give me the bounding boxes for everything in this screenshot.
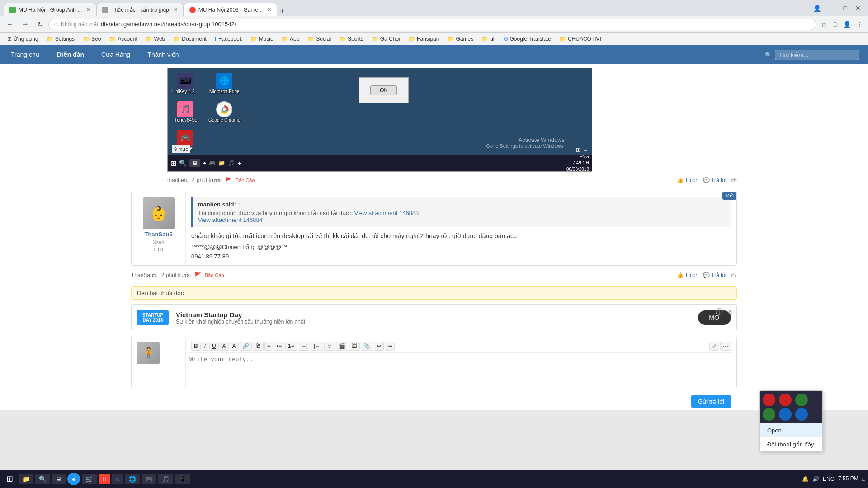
address-bar[interactable]: ⚠ Không bảo mật diendan.gamethuvn.net/th…: [48, 19, 816, 30]
tool-align[interactable]: ≡: [264, 342, 273, 351]
nav-members[interactable]: Thành viên: [146, 47, 180, 62]
bookmark-all[interactable]: 📁 all: [478, 35, 499, 43]
post-6-report[interactable]: Báo Cáo: [236, 178, 255, 183]
bookmark-gacho[interactable]: 📁 Gà Chọi: [368, 35, 404, 43]
tool-media[interactable]: 🎬: [336, 342, 348, 351]
submit-reply-button[interactable]: Gửi trả lời: [691, 395, 731, 408]
taskbar-antivirus-btn[interactable]: H: [99, 474, 110, 484]
tool-undo[interactable]: ↩: [374, 342, 384, 351]
user-account-button[interactable]: 👤: [841, 19, 853, 30]
bookmark-app[interactable]: 📁 App: [278, 35, 303, 43]
bookmark-web[interactable]: 📁 Web: [142, 35, 169, 43]
extensions-button[interactable]: ⬡: [830, 19, 840, 30]
tab-1[interactable]: MU Hà Nội - Group Anh ... ✕: [4, 3, 96, 16]
windows-start-button[interactable]: ⊞: [3, 472, 17, 486]
taskbar-app1-btn[interactable]: 🎮: [142, 474, 156, 484]
maximize-button[interactable]: □: [840, 3, 851, 14]
nav-forum[interactable]: Diễn đàn: [55, 47, 86, 62]
tool-image[interactable]: 🖼: [349, 342, 360, 351]
ctx-icon-5[interactable]: [779, 408, 792, 421]
taskbar-ie-btn[interactable]: e: [112, 474, 123, 484]
bookmark-music[interactable]: 📁 Music: [247, 35, 277, 43]
attachment-link-1[interactable]: View attachment 146883: [354, 210, 419, 216]
nav-shop[interactable]: Cửa Hàng: [99, 47, 132, 62]
ad-close-button[interactable]: ✕: [727, 307, 733, 316]
search-input[interactable]: [775, 50, 859, 60]
ctx-icon-1[interactable]: [763, 394, 775, 406]
close-button[interactable]: ✕: [852, 3, 864, 14]
taskbar-store-btn[interactable]: 🛒: [82, 474, 97, 484]
post-7-reply[interactable]: 💬 Trả lời: [703, 272, 726, 278]
tab-2[interactable]: Thắc mắc - cần trợ giúp ✕: [96, 3, 183, 16]
bookmark-google-translate[interactable]: G Google Translate: [500, 35, 555, 43]
bookmark-apps[interactable]: ⊞ Ứng dụng: [4, 35, 42, 43]
ad-info-icon[interactable]: ⓘ: [716, 307, 723, 317]
bookmark-sports[interactable]: 📁 Sports: [335, 35, 367, 43]
menu-button[interactable]: ⋮: [854, 19, 864, 30]
tool-numbered[interactable]: 1≡: [285, 342, 297, 351]
tool-underline[interactable]: U: [209, 342, 219, 351]
bookmark-facebook[interactable]: f Facebook: [211, 35, 246, 43]
attachment-link-2[interactable]: View attachment 146884: [198, 216, 263, 223]
tool-bold[interactable]: B: [191, 342, 201, 351]
tab-2-close[interactable]: ✕: [174, 7, 178, 13]
bookmark-fansipan[interactable]: 📁 Fansipan: [405, 35, 443, 43]
tool-italic[interactable]: I: [202, 342, 208, 351]
tool-bullets[interactable]: •≡: [274, 342, 284, 351]
tool-unlink[interactable]: ⛓: [253, 342, 264, 351]
taskbar-action-center[interactable]: □: [862, 476, 865, 482]
screenshot-list-icon[interactable]: ≡: [584, 146, 587, 153]
tool-redo[interactable]: ↪: [385, 342, 395, 351]
ctx-icon-4[interactable]: [763, 408, 775, 421]
ctx-icon-2[interactable]: [779, 394, 792, 406]
tool-bg-color[interactable]: A: [230, 342, 239, 351]
nav-home[interactable]: Trang chủ: [9, 47, 42, 62]
post-6-like[interactable]: 👍 Thích: [677, 177, 698, 183]
dialog-ok-button[interactable]: OK: [370, 85, 397, 95]
ctx-open-item[interactable]: Open: [760, 423, 822, 437]
minimize-button[interactable]: —: [826, 3, 839, 14]
taskbar-file-btn[interactable]: 📁: [19, 474, 33, 484]
taskbar-search-btn[interactable]: 🔍: [35, 474, 50, 484]
post-7: Mới 👶 ThanSau5 Xzen 5.00 manhen said: ↑ …: [131, 192, 737, 266]
reply-textarea[interactable]: [189, 356, 733, 383]
post-6-reply[interactable]: 💬 Trả lời: [703, 177, 726, 183]
bookmark-account[interactable]: 📁 Account: [105, 35, 141, 43]
ctx-recent-dialog-item[interactable]: Đối thoại gần đây: [760, 437, 822, 451]
ctx-icon-3[interactable]: [795, 394, 808, 406]
user-profile-button[interactable]: 👤: [810, 3, 825, 14]
tool-expand[interactable]: ⤢: [709, 342, 719, 351]
taskbar-app3-btn[interactable]: 📱: [175, 474, 190, 484]
taskbar-cortana-btn[interactable]: 🖥: [52, 474, 66, 484]
tool-font-color[interactable]: A: [220, 342, 229, 351]
post-7-report[interactable]: Báo Cáo: [205, 272, 224, 278]
bookmark-chuacotivi[interactable]: 📁 CHUACOTIVI: [556, 35, 605, 43]
reload-button[interactable]: ↻: [34, 18, 46, 30]
tab-3[interactable]: MU Hà Nội 2003 - Game... ✕: [184, 3, 277, 16]
screenshot-grid-icon[interactable]: ⊞: [576, 146, 581, 153]
taskbar-app2-btn[interactable]: 🎵: [158, 474, 173, 484]
post-7-username[interactable]: ThanSau5: [144, 231, 172, 238]
bookmark-games[interactable]: 📁 Games: [443, 35, 477, 43]
bookmark-settings[interactable]: 📁 Settings: [43, 35, 78, 43]
tool-link[interactable]: 🔗: [240, 342, 252, 351]
new-tab-button[interactable]: +: [277, 7, 288, 16]
bookmark-document[interactable]: 📁 Document: [170, 35, 210, 43]
tab-3-close[interactable]: ✕: [267, 7, 271, 13]
ad-open-button[interactable]: MỞ: [698, 310, 731, 325]
tool-emoji[interactable]: ☺: [324, 342, 335, 351]
taskbar-browser-btn[interactable]: ●: [67, 473, 80, 485]
bookmark-social[interactable]: 📁 Social: [304, 35, 335, 43]
forward-button[interactable]: →: [19, 19, 32, 30]
back-button[interactable]: ←: [4, 19, 16, 30]
tool-more[interactable]: ⋯: [720, 342, 731, 351]
tool-attachment[interactable]: 📎: [361, 342, 373, 351]
bookmark-seo[interactable]: 📁 Seo: [79, 35, 104, 43]
tab-1-close[interactable]: ✕: [86, 7, 90, 13]
post-7-like[interactable]: 👍 Thích: [677, 272, 698, 278]
tool-outdent[interactable]: |←: [311, 342, 323, 351]
tool-indent[interactable]: →|: [298, 342, 310, 351]
star-button[interactable]: ☆: [819, 19, 829, 30]
taskbar-chrome-btn[interactable]: 🌐: [125, 474, 140, 484]
ctx-icon-6[interactable]: [795, 408, 808, 421]
